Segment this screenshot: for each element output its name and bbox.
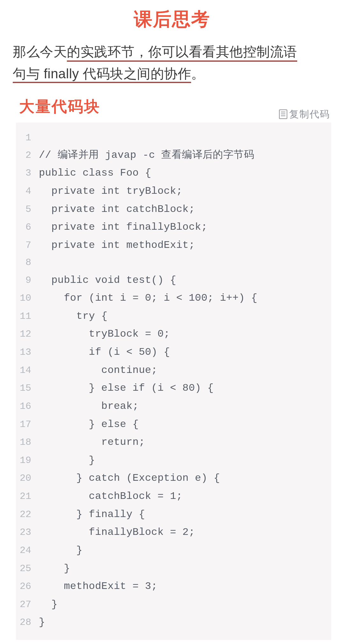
code-text: try { xyxy=(39,307,108,326)
code-line: 14 continue; xyxy=(19,361,328,380)
code-text: methodExit = 3; xyxy=(39,578,157,596)
line-number: 3 xyxy=(19,165,39,182)
line-number: 2 xyxy=(19,147,39,164)
line-number: 4 xyxy=(19,183,39,200)
line-number: 10 xyxy=(19,290,39,307)
line-number: 28 xyxy=(19,614,39,631)
code-line: 10 for (int i = 0; i < 100; i++) { xyxy=(19,289,328,307)
code-line: 21 catchBlock = 1; xyxy=(19,487,328,506)
code-text: } xyxy=(39,613,45,632)
code-line: 9 public void test() { xyxy=(19,271,328,290)
code-text: } xyxy=(39,560,70,578)
code-text: } finally { xyxy=(39,506,145,524)
intro-underline-1: 的实践环节，你可以看看其他控制流语 xyxy=(67,44,297,62)
line-number: 27 xyxy=(19,596,39,613)
code-line: 19 } xyxy=(19,452,328,470)
code-line: 5 private int catchBlock; xyxy=(19,200,328,219)
code-line: 17 } else { xyxy=(19,416,328,434)
code-line: 16 break; xyxy=(19,397,328,416)
code-text: } xyxy=(39,542,82,560)
code-line: 20 } catch (Exception e) { xyxy=(19,469,328,487)
line-number: 17 xyxy=(19,416,39,433)
line-number: 9 xyxy=(19,272,39,289)
code-text: } else { xyxy=(39,416,139,434)
code-text: public void test() { xyxy=(39,271,176,290)
code-text: private int finallyBlock; xyxy=(39,218,207,236)
code-text: break; xyxy=(39,397,139,416)
code-line: 11 try { xyxy=(19,307,328,326)
line-number: 11 xyxy=(19,308,39,325)
code-text: return; xyxy=(39,433,145,452)
code-text: if (i < 50) { xyxy=(39,343,170,361)
code-line: 2// 编译并用 javap -c 查看编译后的字节码 xyxy=(19,146,328,164)
copy-code-button[interactable]: 复制代码 xyxy=(279,108,330,121)
code-text: } catch (Exception e) { xyxy=(39,469,220,487)
line-number: 23 xyxy=(19,524,39,541)
line-number: 8 xyxy=(19,254,39,271)
code-line: 26 methodExit = 3; xyxy=(19,578,328,596)
line-number: 18 xyxy=(19,434,39,451)
code-section: 大量代码块 复制代码 12// 编译并用 javap -c 查看编译后的字节码3… xyxy=(16,96,331,640)
code-line: 18 return; xyxy=(19,433,328,452)
code-line: 25 } xyxy=(19,560,328,578)
code-text: public class Foo { xyxy=(39,164,151,182)
copy-code-label: 复制代码 xyxy=(289,108,330,121)
code-text: // 编译并用 javap -c 查看编译后的字节码 xyxy=(39,146,254,164)
code-line: 27 } xyxy=(19,596,328,614)
line-number: 12 xyxy=(19,326,39,343)
line-number: 14 xyxy=(19,362,39,379)
code-line: 6 private int finallyBlock; xyxy=(19,218,328,236)
code-text: tryBlock = 0; xyxy=(39,325,170,343)
line-number: 5 xyxy=(19,201,39,218)
code-line: 7 private int methodExit; xyxy=(19,236,328,255)
code-line: 12 tryBlock = 0; xyxy=(19,325,328,343)
line-number: 16 xyxy=(19,398,39,415)
intro-text-pre: 那么今天 xyxy=(13,44,67,59)
line-number: 15 xyxy=(19,380,39,397)
code-line: 1 xyxy=(19,130,328,146)
code-line: 28} xyxy=(19,613,328,632)
code-line: 23 finallyBlock = 2; xyxy=(19,523,328,542)
line-number: 6 xyxy=(19,219,39,236)
code-line: 22 } finally { xyxy=(19,506,328,524)
code-text: private int tryBlock; xyxy=(39,182,183,200)
line-number: 7 xyxy=(19,237,39,254)
line-number: 21 xyxy=(19,488,39,505)
code-line: 15 } else if (i < 80) { xyxy=(19,379,328,397)
copy-icon xyxy=(279,109,287,119)
code-line: 3public class Foo { xyxy=(19,164,328,182)
line-number: 24 xyxy=(19,542,39,559)
intro-paragraph: 那么今天的实践环节，你可以看看其他控制流语句与 finally 代码块之间的协作… xyxy=(0,41,344,96)
intro-text-tail: 。 xyxy=(191,66,205,81)
code-text: } else if (i < 80) { xyxy=(39,379,214,397)
page-title: 课后思考 xyxy=(0,0,344,41)
code-line: 24 } xyxy=(19,542,328,560)
code-line: 4 private int tryBlock; xyxy=(19,182,328,200)
line-number: 1 xyxy=(19,130,39,146)
code-text: private int catchBlock; xyxy=(39,200,195,219)
code-text: catchBlock = 1; xyxy=(39,487,183,506)
code-text: for (int i = 0; i < 100; i++) { xyxy=(39,289,257,307)
code-line: 8 xyxy=(19,254,328,271)
line-number: 22 xyxy=(19,506,39,523)
code-text: } xyxy=(39,596,58,614)
intro-underline-2: 句与 finally 代码块之间的协作 xyxy=(13,66,191,83)
line-number: 25 xyxy=(19,560,39,577)
code-block: 12// 编译并用 javap -c 查看编译后的字节码3public clas… xyxy=(16,122,331,640)
code-line: 13 if (i < 50) { xyxy=(19,343,328,361)
code-text: } xyxy=(39,452,95,470)
line-number: 13 xyxy=(19,344,39,361)
code-text: finallyBlock = 2; xyxy=(39,523,195,542)
line-number: 20 xyxy=(19,470,39,487)
code-text: private int methodExit; xyxy=(39,236,195,255)
line-number: 19 xyxy=(19,452,39,469)
line-number: 26 xyxy=(19,578,39,595)
code-text: continue; xyxy=(39,361,157,380)
